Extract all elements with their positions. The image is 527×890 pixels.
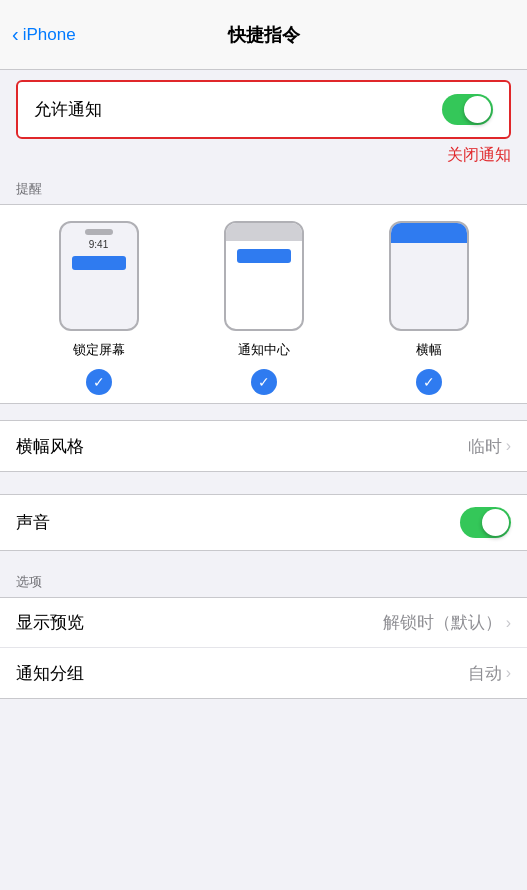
allow-notifications-wrapper: 允许通知: [0, 70, 527, 139]
banner-style-row[interactable]: 横幅风格 临时 ›: [0, 421, 527, 471]
sound-label: 声音: [16, 511, 50, 534]
banner-check[interactable]: ✓: [416, 369, 442, 395]
chevron-left-icon: ‹: [12, 24, 19, 44]
banner-label: 横幅: [416, 341, 442, 359]
banner-style-item[interactable]: 横幅 ✓: [346, 221, 511, 395]
alert-styles-row: 9:41 锁定屏幕 ✓ 通知中心 ✓: [0, 221, 527, 395]
lockscreen-label: 锁定屏幕: [73, 341, 125, 359]
notif-group-chevron: ›: [506, 664, 511, 682]
notif-center-bar: [237, 249, 291, 263]
lockscreen-mockup: 9:41: [59, 221, 139, 331]
banner-style-card: 横幅风格 临时 ›: [0, 420, 527, 472]
show-preview-chevron: ›: [506, 614, 511, 632]
notif-group-value-container: 自动 ›: [468, 662, 511, 685]
alert-styles-card: 9:41 锁定屏幕 ✓ 通知中心 ✓: [0, 204, 527, 404]
lockscreen-checkmark: ✓: [93, 374, 105, 390]
notif-center-label: 通知中心: [238, 341, 290, 359]
banner-style-value-container: 临时 ›: [468, 435, 511, 458]
banner-style-value: 临时: [468, 435, 502, 458]
reminders-section-label: 提醒: [0, 180, 527, 204]
sound-section: 声音: [0, 494, 527, 551]
notif-center-check[interactable]: ✓: [251, 369, 277, 395]
toggle-knob: [464, 96, 491, 123]
sound-toggle-knob: [482, 509, 509, 536]
allow-notifications-label: 允许通知: [34, 98, 102, 121]
banner-mockup: [389, 221, 469, 331]
lockscreen-notification-bar: [72, 256, 126, 270]
notif-center-stripe: [226, 223, 302, 241]
sound-row: 声音: [0, 495, 527, 550]
close-notification-button[interactable]: 关闭通知: [447, 146, 511, 163]
show-preview-row[interactable]: 显示预览 解锁时（默认） ›: [0, 598, 527, 648]
banner-style-label: 横幅风格: [16, 435, 84, 458]
lockscreen-time: 9:41: [61, 239, 137, 250]
navigation-bar: ‹ iPhone 快捷指令: [0, 0, 527, 70]
options-card: 显示预览 解锁时（默认） › 通知分组 自动 ›: [0, 597, 527, 699]
options-section-label: 选项: [0, 573, 527, 597]
allow-notifications-card: 允许通知: [16, 80, 511, 139]
show-preview-label: 显示预览: [16, 611, 84, 634]
notif-center-style-item[interactable]: 通知中心 ✓: [181, 221, 346, 395]
banner-checkmark: ✓: [423, 374, 435, 390]
lockscreen-check[interactable]: ✓: [86, 369, 112, 395]
lockscreen-style-item[interactable]: 9:41 锁定屏幕 ✓: [16, 221, 181, 395]
banner-style-chevron: ›: [506, 437, 511, 455]
notif-center-checkmark: ✓: [258, 374, 270, 390]
banner-style-section: 横幅风格 临时 ›: [0, 420, 527, 472]
page-title: 快捷指令: [228, 23, 300, 47]
notif-center-mockup: [224, 221, 304, 331]
allow-notifications-toggle[interactable]: [442, 94, 493, 125]
options-section: 选项 显示预览 解锁时（默认） › 通知分组 自动 ›: [0, 573, 527, 699]
sound-toggle[interactable]: [460, 507, 511, 538]
show-preview-value: 解锁时（默认）: [383, 611, 502, 634]
sound-card: 声音: [0, 494, 527, 551]
close-notification-area: 关闭通知: [0, 139, 527, 170]
notif-group-value: 自动: [468, 662, 502, 685]
back-button[interactable]: ‹ iPhone: [12, 25, 76, 45]
back-label: iPhone: [23, 25, 76, 45]
show-preview-value-container: 解锁时（默认） ›: [383, 611, 511, 634]
notif-group-row[interactable]: 通知分组 自动 ›: [0, 648, 527, 698]
reminders-section: 提醒 9:41 锁定屏幕 ✓ 通知中心: [0, 180, 527, 404]
banner-bar: [391, 223, 467, 243]
allow-notifications-row: 允许通知: [18, 82, 509, 137]
notif-group-label: 通知分组: [16, 662, 84, 685]
watermark-area: [0, 699, 527, 739]
